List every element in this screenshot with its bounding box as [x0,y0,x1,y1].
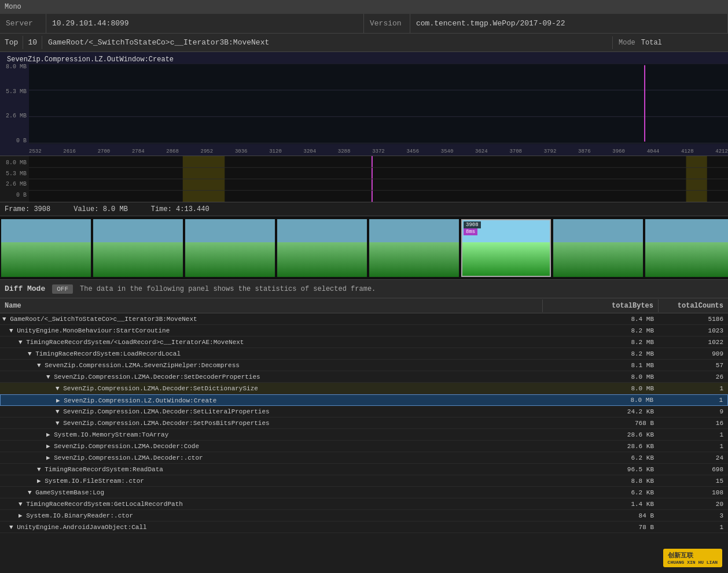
tree-row-counts: 1 [658,395,727,405]
table-row[interactable]: ▼ TimingRaceRecordSystem:GetLocalRecordP… [0,498,728,510]
table-row[interactable]: ▼ SevenZip.Compression.LZMA.SevenZipHelp… [0,360,728,371]
tree-row-bytes: 8.2 MB [543,326,659,335]
timeline-content [29,156,728,202]
frame-time: Time: 4:13.440 [151,205,209,213]
col-header-bytes: totalBytes [543,300,659,312]
tree-row-bytes: 84 B [543,511,659,520]
table-row[interactable]: ▼ TimingRaceRecordSystem:ReadData96.5 KB… [0,464,728,475]
chart-svg [29,64,728,144]
tree-row-counts: 24 [659,453,728,463]
tree-row-counts: 5186 [659,315,728,324]
tree-row-name: ▼ SevenZip.Compression.LZMA.Decoder:SetD… [0,384,543,393]
frame-value: Value: 8.0 MB [73,205,128,213]
tree-row-counts: 57 [659,361,728,370]
thumbnail-5[interactable] [369,219,459,277]
watermark: 创新互联 CHUANG XIN HU LIAN [663,549,722,567]
tree-row-name: ▼ UnityEngine.MonoBehaviour:StartCorouti… [0,326,543,335]
table-row[interactable]: ▼ SevenZip.Compression.LZMA.Decoder:SetL… [0,406,728,417]
thumbnail-4[interactable] [277,219,367,277]
tree-row-name: ▼ GameSystemBase:Log [0,488,543,497]
tree-row-name: ▼ TimingRaceRecordSystem:ReadData [0,465,543,474]
tree-row-counts: 9 [659,407,728,416]
chart-title: SevenZip.Compression.LZ.OutWindow:Create [2,53,178,66]
tree-row-bytes: 96.5 KB [543,465,659,474]
thumbnail-2[interactable] [93,219,183,277]
thumbnails-row: 3908 8ms [0,216,728,280]
table-row[interactable]: ▶ System.IO.MemoryStream:ToArray28.6 KB1 [0,429,728,441]
tree-row-bytes: 8.1 MB [543,361,659,370]
tree-row-counts: 1 [659,384,728,393]
diff-mode-label: Diff Mode [5,284,45,293]
tree-row-name: ▼ SevenZip.Compression.LZMA.Decoder:SetL… [0,407,543,416]
table-header: Name totalBytes totalCounts [0,298,728,313]
tree-row-counts: 3 [659,511,728,520]
chart-canvas [29,64,728,144]
thumbnail-6-highlighted[interactable]: 3908 8ms [461,219,551,277]
tree-row-counts: 909 [659,349,728,358]
tree-row-name: ▶ SevenZip.Compression.LZMA.Decoder:Code [0,441,543,451]
table-row[interactable]: ▼ GameRoot/<_SwitchToStateCo>c__Iterator… [0,313,728,325]
table-row[interactable]: ▶ SevenZip.Compression.LZMA.Decoder:.cto… [0,452,728,464]
frame-number: Frame: 3908 [5,205,50,213]
app-title: Mono [5,3,21,11]
table-row[interactable]: ▼ GameSystemBase:Log6.2 KB108 [0,487,728,498]
table-row[interactable]: ▼ UnityEngine.AndroidJavaObject:Call78 B… [0,522,728,533]
tree-row-name: ▼ GameRoot/<_SwitchToStateCo>c__Iterator… [0,315,543,324]
table-row[interactable]: ▶ System.IO.FileStream:.ctor8.8 KB15 [0,475,728,487]
tree-row-name: ▼ TimingRaceRecordSystem/<LoadRecord>c__… [0,338,543,347]
tree-row-name: ▶ SevenZip.Compression.LZMA.Decoder:.cto… [0,453,543,463]
diff-off-badge[interactable]: OFF [52,284,73,294]
tree-row-bytes: 8.0 MB [543,384,659,393]
version-value: com.tencent.tmgp.WePop/2017-09-22 [410,14,728,33]
mode-value: Total [641,39,662,47]
title-bar: Mono [0,0,728,14]
top-row: Top 10 GameRoot/<_SwitchToStateCo>c__Ite… [0,34,728,52]
top-num: 10 [23,36,42,49]
table-row[interactable]: ▶ SevenZip.Compression.LZ.OutWindow:Crea… [0,394,728,406]
timeline-area: 8.0 MB 5.3 MB 2.6 MB 0 B [0,156,728,202]
chart-y-labels: 8.0 MB 5.3 MB 2.6 MB 0 B [0,64,29,144]
tree-row-bytes: 28.6 KB [543,442,659,451]
thumbnail-8[interactable] [645,219,728,277]
tree-row-name: ▶ System.IO.BinaryReader:.ctor [0,511,543,520]
tree-row-bytes: 8.0 MB [543,372,659,382]
tree-row-name: ▼ TimingRaceRecordSystem:GetLocalRecordP… [0,500,543,509]
y-label-2: 2.6 MB [2,113,27,119]
timeline-svg [29,156,728,202]
main-chart: SevenZip.Compression.LZ.OutWindow:Create… [0,52,728,156]
tree-row-name: ▶ System.IO.FileStream:.ctor [0,476,543,486]
watermark-line1: 创新互联 [668,551,718,560]
header-row: Server 10.29.101.44:8099 Version com.ten… [0,14,728,34]
table-row[interactable]: ▶ SevenZip.Compression.LZMA.Decoder:Code… [0,441,728,452]
table-row[interactable]: ▼ SevenZip.Compression.LZMA.Decoder:SetD… [0,371,728,383]
tree-row-bytes: 78 B [543,523,659,532]
tree-row-bytes: 8.2 MB [543,338,659,347]
table-row[interactable]: ▼ SevenZip.Compression.LZMA.Decoder:SetD… [0,383,728,394]
thumbnail-3[interactable] [185,219,275,277]
mode-section: Mode Total [612,36,728,49]
tree-row-counts: 108 [659,488,728,497]
table-row[interactable]: ▼ SevenZip.Compression.LZMA.Decoder:SetP… [0,417,728,429]
tree-row-name: ▶ SevenZip.Compression.LZ.OutWindow:Crea… [1,395,542,405]
tree-row-bytes: 6.2 KB [543,453,659,463]
tree-row-name: ▼ UnityEngine.AndroidJavaObject:Call [0,523,543,532]
table-row[interactable]: ▼ UnityEngine.MonoBehaviour:StartCorouti… [0,325,728,337]
tree-row-counts: 1 [659,523,728,532]
table-row[interactable]: ▼ TimingRaceRecordSystem/<LoadRecord>c__… [0,337,728,348]
top-label: Top [0,36,23,49]
table-row[interactable]: ▼ TimingRaceRecordSystem:LoadRecordLocal… [0,348,728,360]
thumbnail-7[interactable] [553,219,643,277]
top-path: GameRoot/<_SwitchToStateCo>c__Iterator3B… [42,36,612,49]
tree-row-counts: 26 [659,372,728,382]
tree-row-name: ▼ TimingRaceRecordSystem:LoadRecordLocal [0,349,543,358]
tree-row-counts: 1 [659,430,728,439]
col-header-name: Name [0,300,543,312]
table-row[interactable]: ▶ System.IO.BinaryReader:.ctor84 B3 [0,510,728,522]
server-label: Server [0,14,46,33]
mode-label: Mode [619,39,635,47]
thumbnail-1[interactable] [1,219,91,277]
tree-row-bytes: 28.6 KB [543,430,659,439]
tree-row-bytes: 8.0 MB [542,395,658,405]
tree-row-counts: 1022 [659,338,728,347]
timeline-y-labels: 8.0 MB 5.3 MB 2.6 MB 0 B [0,156,29,202]
